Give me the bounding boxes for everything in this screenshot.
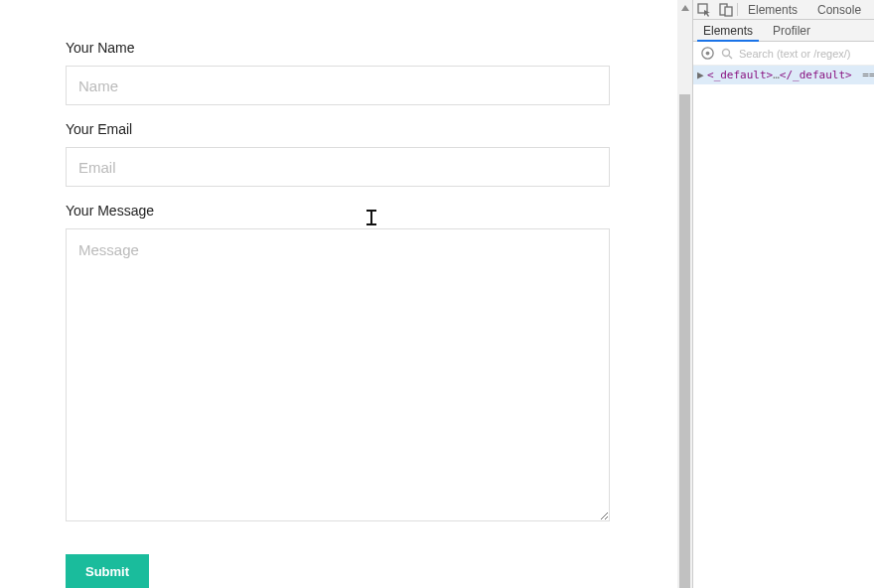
devtools-panel: Elements Console Elements Profiler ▶<_de…	[692, 0, 874, 588]
devtools-secondary-toolbar: Elements Profiler	[693, 20, 874, 42]
svg-rect-2	[725, 7, 732, 16]
message-label: Your Message	[66, 203, 627, 219]
message-textarea[interactable]	[66, 228, 610, 521]
svg-point-4	[705, 52, 709, 56]
tab-console-top[interactable]: Console	[807, 0, 871, 19]
email-label: Your Email	[66, 121, 627, 137]
scroll-up-arrow-icon[interactable]	[677, 0, 692, 15]
component-tree-row[interactable]: ▶<_default>…</_default> == $r	[693, 66, 874, 84]
vertical-scrollbar[interactable]	[677, 0, 692, 588]
name-label: Your Name	[66, 40, 627, 56]
search-icon	[721, 48, 733, 60]
devtools-search-bar	[693, 42, 874, 66]
tab-elements-top[interactable]: Elements	[738, 0, 807, 19]
svg-line-6	[729, 56, 732, 59]
devtools-search-input[interactable]	[739, 48, 858, 60]
main-panel: Your Name Your Email Your Message Submit	[0, 0, 692, 588]
tree-node-suffix: == $r	[852, 69, 874, 81]
email-input[interactable]	[66, 147, 610, 187]
tab-react-elements[interactable]: Elements	[693, 20, 763, 41]
pick-element-icon[interactable]	[699, 46, 715, 62]
submit-button[interactable]: Submit	[66, 554, 149, 588]
tree-open-tag: _default	[714, 69, 767, 81]
tab-react-profiler[interactable]: Profiler	[763, 20, 820, 41]
expand-triangle-icon[interactable]: ▶	[697, 69, 707, 81]
scrollbar-thumb[interactable]	[679, 94, 690, 588]
name-group: Your Name	[66, 40, 627, 105]
inspect-element-icon[interactable]	[693, 0, 715, 19]
email-group: Your Email	[66, 121, 627, 187]
devtools-top-toolbar: Elements Console	[693, 0, 874, 20]
message-group: Your Message	[66, 203, 627, 524]
device-toggle-icon[interactable]	[715, 0, 737, 19]
tree-close-tag: _default	[793, 69, 845, 81]
svg-point-5	[723, 49, 730, 56]
contact-form: Your Name Your Email Your Message Submit	[0, 0, 692, 588]
name-input[interactable]	[66, 66, 610, 105]
